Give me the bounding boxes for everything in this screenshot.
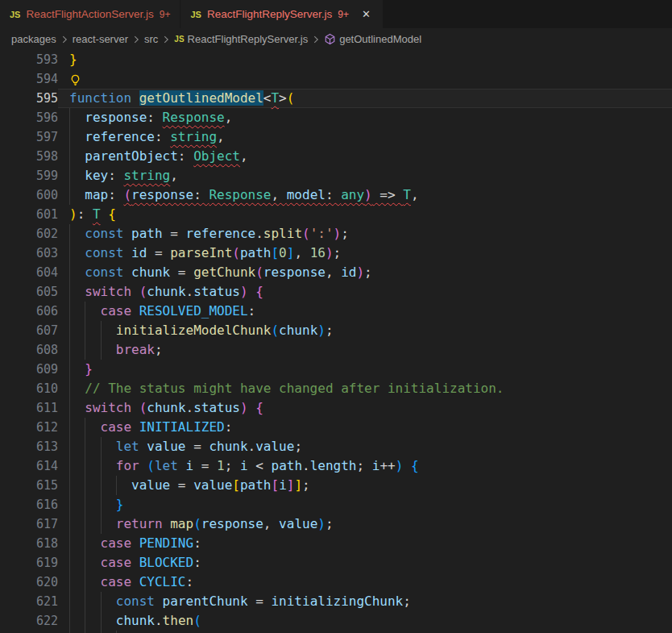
code-line[interactable]: 601): T { — [0, 205, 672, 224]
line-number[interactable]: 610 — [0, 379, 58, 398]
line-number[interactable]: 598 — [0, 147, 58, 166]
line-number[interactable]: 611 — [0, 398, 58, 418]
line-number[interactable]: 620 — [0, 573, 58, 592]
code-line-content[interactable]: const path = reference.split(':'); — [58, 224, 672, 244]
line-number[interactable]: 618 — [0, 534, 58, 553]
line-number[interactable]: 600 — [0, 185, 58, 205]
line-number[interactable]: 607 — [0, 321, 58, 340]
code-line[interactable]: 609 } — [0, 360, 672, 379]
code-line-content[interactable]: case CYCLIC: — [58, 573, 672, 592]
code-line-content[interactable]: function getOutlinedModel<T>( — [58, 89, 672, 108]
code-line[interactable]: 593} — [0, 50, 672, 69]
line-number[interactable]: 609 — [0, 360, 58, 379]
code-line-content[interactable]: switch (chunk.status) { — [58, 282, 672, 302]
line-number[interactable]: 621 — [0, 592, 58, 611]
line-number[interactable]: 619 — [0, 553, 58, 573]
line-number[interactable]: 599 — [0, 166, 58, 185]
line-number[interactable]: 601 — [0, 205, 58, 224]
code-line-content[interactable]: // The status might have changed after i… — [58, 379, 672, 398]
code-line-content[interactable]: response: Response, — [58, 108, 672, 127]
line-number[interactable]: 622 — [0, 611, 58, 631]
code-line[interactable]: 602 const path = reference.split(':'); — [0, 224, 672, 244]
code-line-content[interactable]: } — [58, 360, 672, 379]
tab-react-flight-reply-server[interactable]: JS ReactFlightReplyServer.js 9+ ✕ — [180, 0, 383, 28]
line-number[interactable]: 603 — [0, 244, 58, 263]
breadcrumb-item-react-server[interactable]: react-server — [73, 33, 128, 45]
line-number[interactable]: 615 — [0, 476, 58, 495]
line-number[interactable]: 614 — [0, 456, 58, 476]
code-line[interactable]: 598 parentObject: Object, — [0, 147, 672, 166]
indent-guide — [69, 437, 70, 456]
code-line[interactable]: 599 key: string, — [0, 166, 672, 185]
code-line-content[interactable]: case PENDING: — [58, 534, 672, 553]
line-number[interactable]: 613 — [0, 437, 58, 456]
code-line[interactable]: 620 case CYCLIC: — [0, 573, 672, 592]
code-line-content[interactable]: } — [58, 495, 672, 514]
code-line[interactable]: 616 } — [0, 495, 672, 514]
code-line[interactable]: 615 value = value[path[i]]; — [0, 476, 672, 495]
code-line-content[interactable]: return map(response, value); — [58, 514, 672, 534]
breadcrumb-item-src[interactable]: src — [144, 33, 158, 45]
line-number[interactable]: 608 — [0, 340, 58, 360]
code-line-content[interactable]: key: string, — [58, 166, 672, 185]
code-line-content[interactable] — [58, 69, 672, 89]
line-number[interactable]: 617 — [0, 514, 58, 534]
code-line[interactable]: 619 case BLOCKED: — [0, 553, 672, 573]
code-line[interactable]: 606 case RESOLVED_MODEL: — [0, 302, 672, 321]
code-line[interactable]: 608 break; — [0, 340, 672, 360]
code-line[interactable]: 605 switch (chunk.status) { — [0, 282, 672, 302]
line-number[interactable]: 602 — [0, 224, 58, 244]
code-line-content[interactable]: value = value[path[i]]; — [58, 476, 672, 495]
code-line-content[interactable]: chunk.then( — [58, 611, 672, 631]
breadcrumb-item-file[interactable]: JS ReactFlightReplyServer.js — [174, 33, 308, 45]
code-line[interactable]: 604 const chunk = getChunk(response, id)… — [0, 263, 672, 282]
code-line-content[interactable]: let value = chunk.value; — [58, 437, 672, 456]
code-line-content[interactable]: map: (response: Response, model: any) =>… — [58, 185, 672, 205]
line-number[interactable]: 616 — [0, 495, 58, 514]
code-line-content[interactable]: case BLOCKED: — [58, 553, 672, 573]
code-line[interactable]: 621 const parentChunk = initializingChun… — [0, 592, 672, 611]
code-line[interactable]: 622 chunk.then( — [0, 611, 672, 631]
code-line[interactable]: 600 map: (response: Response, model: any… — [0, 185, 672, 205]
code-line[interactable]: 618 case PENDING: — [0, 534, 672, 553]
breadcrumb-item-symbol[interactable]: getOutlinedModel — [324, 33, 421, 45]
code-line-content[interactable]: const chunk = getChunk(response, id); — [58, 263, 672, 282]
code-line-content[interactable]: reference: string, — [58, 127, 672, 147]
line-number[interactable]: 593 — [0, 50, 58, 69]
code-line-content[interactable]: } — [58, 50, 672, 69]
code-line[interactable]: 594 — [0, 69, 672, 89]
code-line-content[interactable]: case INITIALIZED: — [58, 418, 672, 437]
code-line[interactable]: 613 let value = chunk.value; — [0, 437, 672, 456]
code-line-content[interactable]: for (let i = 1; i < path.length; i++) { — [58, 456, 672, 476]
code-line-content[interactable]: break; — [58, 340, 672, 360]
code-line-content[interactable]: ): T { — [58, 205, 672, 224]
code-line[interactable]: 596 response: Response, — [0, 108, 672, 127]
code-line[interactable]: 597 reference: string, — [0, 127, 672, 147]
line-number[interactable]: 612 — [0, 418, 58, 437]
code-line[interactable]: 612 case INITIALIZED: — [0, 418, 672, 437]
code-line-content[interactable]: const parentChunk = initializingChunk; — [58, 592, 672, 611]
line-number[interactable]: 606 — [0, 302, 58, 321]
close-tab-icon[interactable]: ✕ — [359, 7, 373, 21]
line-number[interactable]: 604 — [0, 263, 58, 282]
breadcrumb-item-packages[interactable]: packages — [11, 33, 56, 45]
line-number[interactable]: 595 — [0, 89, 58, 108]
line-number[interactable]: 597 — [0, 127, 58, 147]
code-line[interactable]: 607 initializeModelChunk(chunk); — [0, 321, 672, 340]
code-line[interactable]: 610 // The status might have changed aft… — [0, 379, 672, 398]
code-line-content[interactable]: initializeModelChunk(chunk); — [58, 321, 672, 340]
code-line[interactable]: 611 switch (chunk.status) { — [0, 398, 672, 418]
code-line[interactable]: 617 return map(response, value); — [0, 514, 672, 534]
code-line[interactable]: 603 const id = parseInt(path[0], 16); — [0, 244, 672, 263]
line-number[interactable]: 605 — [0, 282, 58, 302]
code-line-content[interactable]: parentObject: Object, — [58, 147, 672, 166]
code-line[interactable]: 595function getOutlinedModel<T>( — [0, 89, 672, 108]
code-line-content[interactable]: case RESOLVED_MODEL: — [58, 302, 672, 321]
line-number[interactable]: 594 — [0, 69, 58, 89]
code-editor[interactable]: 593}594595function getOutlinedModel<T>(5… — [0, 50, 672, 633]
tab-react-flight-action-server[interactable]: JS ReactFlightActionServer.js 9+ — [0, 0, 180, 28]
code-line-content[interactable]: switch (chunk.status) { — [58, 398, 672, 418]
code-line-content[interactable]: const id = parseInt(path[0], 16); — [58, 244, 672, 263]
line-number[interactable]: 596 — [0, 108, 58, 127]
code-line[interactable]: 614 for (let i = 1; i < path.length; i++… — [0, 456, 672, 476]
